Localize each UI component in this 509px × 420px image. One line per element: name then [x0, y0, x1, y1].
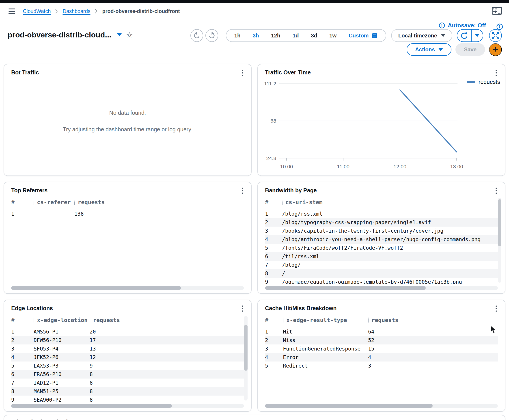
horizontal-scrollbar-thumb[interactable] [11, 286, 181, 290]
time-range-1w[interactable]: 1w [329, 32, 337, 39]
table-cell: Redirect [283, 363, 368, 369]
vertical-scrollbar-thumb[interactable] [498, 199, 501, 246]
hamburger-menu-icon[interactable] [8, 8, 15, 14]
horizontal-scrollbar-thumb[interactable] [11, 404, 172, 408]
table-cell: SEA900-P2 [34, 397, 90, 402]
kebab-menu-icon[interactable] [239, 305, 246, 313]
table-cell: 1 [265, 329, 283, 335]
column-header[interactable]: cs-referer [34, 199, 74, 205]
column-header[interactable]: # [11, 199, 34, 205]
column-header[interactable]: # [11, 317, 34, 323]
column-separator [283, 318, 283, 322]
widget-title: Bandwidth by Page [265, 187, 317, 194]
time-range-3h[interactable]: 3h [253, 32, 259, 39]
window-edge-strip [0, 0, 509, 3]
table-row: 2DFW56-P1017 [11, 336, 244, 345]
column-header[interactable]: requests [368, 317, 498, 323]
table-cell: 3 [265, 346, 283, 352]
table-cell: /blog/anthropic-you-need-a-shell-parser/… [282, 236, 498, 242]
column-header[interactable]: requests [90, 317, 244, 323]
column-header[interactable]: x-edge-location [34, 317, 90, 323]
fullscreen-button[interactable] [489, 29, 502, 42]
table-row: 2/blog/typography-css-wrapping-paper/sin… [265, 218, 498, 227]
table-row: 4/blog/anthropic-you-need-a-shell-parser… [265, 235, 498, 244]
breadcrumb-bar: CloudWatch Dashboards prod-obverse-distr… [0, 3, 509, 20]
horizontal-scrollbar-thumb[interactable] [265, 286, 426, 290]
horizontal-scrollbar-thumb[interactable] [265, 404, 433, 408]
kebab-menu-icon[interactable] [239, 187, 246, 195]
table-cell: 8 [90, 371, 244, 377]
table-cell: 8 [265, 270, 282, 276]
kebab-menu-icon[interactable] [492, 187, 500, 195]
column-separator [368, 318, 369, 322]
widget-title: Top Referrers [11, 187, 47, 194]
widget-historical-analysis: Historical Analysis [4, 415, 505, 420]
table-cell: / [282, 270, 498, 276]
breadcrumb: CloudWatch Dashboards prod-obverse-distr… [23, 8, 180, 14]
column-header[interactable]: x-edge-result-type [283, 317, 368, 323]
time-range-12h[interactable]: 12h [271, 32, 280, 39]
table-row: 5LAX53-P39 [11, 361, 244, 370]
timezone-selector[interactable]: Local timezone [391, 29, 452, 42]
table-cell: 8 [90, 380, 244, 386]
table-cell: 8 [11, 388, 34, 394]
table-cell: LAX53-P3 [34, 363, 90, 369]
table-row: 7IAD12-P18 [11, 379, 244, 387]
table-cell: 5 [265, 245, 282, 251]
breadcrumb-dashboards[interactable]: Dashboards [62, 8, 90, 14]
custom-range-label: Custom [349, 32, 369, 39]
table-row: 8MAN51-P58 [11, 387, 244, 396]
title-dropdown-caret[interactable] [117, 33, 122, 36]
column-header[interactable]: requests [74, 199, 244, 205]
column-header[interactable]: # [265, 317, 283, 323]
svg-text:12:00: 12:00 [393, 164, 406, 169]
cloudshell-icon[interactable] [492, 6, 502, 16]
legend-item-requests[interactable]: requests [467, 79, 500, 85]
widget-edge-locations: Edge Locations #x-edge-locationrequests1… [4, 300, 251, 412]
add-widget-button[interactable]: + [489, 43, 502, 56]
undo-button[interactable] [191, 29, 203, 42]
refresh-icon [460, 32, 468, 39]
table-cell: 7 [11, 380, 34, 386]
time-range-3d[interactable]: 3d [311, 32, 317, 39]
svg-text:111.2: 111.2 [264, 81, 276, 87]
column-header[interactable]: # [265, 199, 282, 205]
table-row: 1AMS56-P120 [11, 327, 244, 336]
dashboard-header: Autosave: Off prod-obverse-distrib-cloud… [0, 20, 509, 64]
table-cell: JFK52-P6 [34, 354, 90, 360]
table-row: 4Error4 [265, 353, 498, 361]
table-cell: 6 [11, 371, 34, 377]
table-header-row: #x-edge-locationrequests [11, 315, 244, 325]
redo-button[interactable] [206, 29, 218, 42]
time-range-custom[interactable]: Custom [349, 32, 377, 39]
vertical-scrollbar-thumb[interactable] [244, 325, 248, 371]
table-cell: 138 [74, 211, 244, 217]
table-row: 1Hit64 [265, 327, 498, 336]
table-cell: SFO53-P4 [34, 346, 90, 352]
widget-bandwidth-by-page: Bandwidth by Page #cs-uri-stem1/blog/rss… [258, 182, 505, 294]
table-cell: 5 [11, 363, 34, 369]
column-header[interactable]: cs-uri-stem [282, 199, 498, 205]
breadcrumb-cloudwatch[interactable]: CloudWatch [23, 8, 51, 14]
kebab-menu-icon[interactable] [492, 305, 500, 313]
save-button[interactable]: Save [456, 43, 485, 56]
table-row: 8/ [265, 269, 498, 278]
table-cell: 2 [11, 337, 34, 343]
refresh-button[interactable] [457, 30, 471, 41]
empty-state-title: No data found. [4, 110, 251, 116]
kebab-menu-icon[interactable] [239, 69, 246, 77]
refresh-options-button[interactable] [471, 30, 483, 41]
vertical-scrollbar [244, 316, 248, 400]
actions-button[interactable]: Actions [407, 43, 451, 56]
table-cell: Miss [283, 337, 368, 343]
actions-label: Actions [415, 46, 435, 53]
table-cell: 1 [11, 211, 34, 217]
table-row: 2Miss52 [265, 336, 498, 345]
widget-title: Cache Hit/Miss Breakdown [265, 305, 337, 312]
horizontal-scrollbar [265, 286, 498, 290]
time-range-1d[interactable]: 1d [293, 32, 299, 39]
time-range-1h[interactable]: 1h [234, 32, 241, 39]
table-row: 1/blog/rss.xml [265, 210, 498, 218]
favorite-star-icon[interactable]: ☆ [126, 31, 133, 39]
widget-title: Historical Analysis [4, 415, 505, 420]
